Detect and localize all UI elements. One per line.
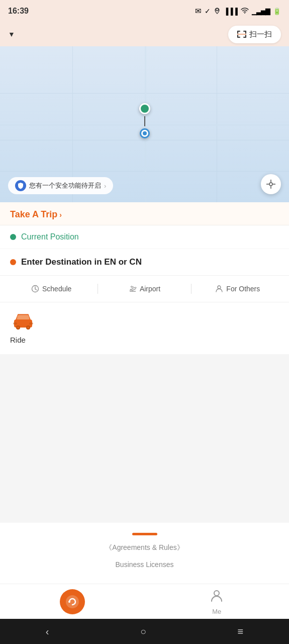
email-icon: ✉ — [195, 7, 202, 16]
wifi-icon — [241, 7, 249, 15]
safety-banner[interactable]: 您有一个安全功能待开启 › — [8, 177, 113, 194]
top-bar: ▼ 扫一扫 — [0, 22, 289, 46]
trip-title-text: Take A Trip — [10, 209, 57, 220]
svg-rect-7 — [237, 35, 238, 38]
svg-point-30 — [68, 601, 70, 603]
recents-button[interactable]: ≡ — [228, 622, 254, 641]
svg-point-1 — [244, 13, 245, 14]
svg-point-31 — [214, 591, 219, 596]
map-area: 您有一个安全功能待开启 › — [0, 46, 289, 202]
orange-divider — [132, 533, 157, 535]
quick-actions: Schedule Airport For Others — [0, 276, 289, 302]
bottom-nav: Me — [0, 584, 289, 619]
clock-icon — [31, 285, 39, 293]
ride-label: Ride — [10, 336, 279, 344]
airport-label: Airport — [140, 285, 160, 293]
svg-point-26 — [27, 327, 29, 329]
safety-text: 您有一个安全功能待开启 — [29, 181, 101, 190]
route-line — [144, 116, 145, 126]
ride-section[interactable]: Ride — [0, 302, 289, 354]
airport-button[interactable]: Airport — [98, 282, 190, 296]
me-label: Me — [212, 608, 221, 615]
destination-row[interactable]: Enter Destination in EN or CN — [0, 249, 289, 276]
current-position-text: Current Position — [21, 232, 79, 242]
location-button[interactable] — [261, 174, 281, 194]
main-card: Take A Trip › Current Position Enter Des… — [0, 202, 289, 354]
ride-car-icon — [10, 312, 279, 333]
network-icon: ▁▃▅▇ — [252, 8, 270, 15]
safety-icon — [15, 180, 26, 191]
svg-point-20 — [218, 286, 221, 289]
trip-arrow-icon: › — [59, 211, 62, 219]
didi-logo — [60, 589, 85, 614]
status-icons: ✉ ✓ ▐▐▐ ▁▃▅▇ 🔋 — [195, 7, 281, 16]
home-button[interactable]: ○ — [130, 622, 156, 641]
scan-button[interactable]: 扫一扫 — [228, 26, 281, 43]
svg-rect-10 — [237, 34, 246, 35]
battery-icon: 🔋 — [273, 8, 281, 15]
status-bar: 16:39 ✉ ✓ ▐▐▐ ▁▃▅▇ 🔋 — [0, 0, 289, 22]
svg-rect-3 — [237, 31, 238, 34]
safety-arrow-icon: › — [104, 182, 106, 190]
status-time: 16:39 — [8, 7, 29, 16]
route-pins — [139, 103, 150, 138]
schedule-label: Schedule — [42, 285, 71, 293]
location-icon — [214, 7, 221, 16]
agreements-text[interactable]: 《Agreements & Rules》 — [105, 543, 183, 552]
me-tab[interactable]: Me — [145, 584, 290, 619]
page-content: 您有一个安全功能待开启 › Take A Trip › Curren — [0, 46, 289, 644]
for-others-label: For Others — [226, 285, 260, 293]
svg-point-0 — [216, 8, 219, 11]
android-nav-bar: ‹ ○ ≡ — [0, 619, 289, 644]
for-others-button[interactable]: For Others — [191, 282, 284, 296]
schedule-button[interactable]: Schedule — [5, 282, 98, 296]
destination-input: Enter Destination in EN or CN — [21, 257, 142, 267]
scan-icon — [237, 31, 246, 38]
origin-pin — [139, 103, 150, 114]
svg-rect-28 — [29, 323, 33, 325]
svg-rect-27 — [13, 323, 17, 325]
destination-dot — [10, 259, 16, 265]
svg-point-29 — [66, 595, 79, 608]
current-position-row[interactable]: Current Position — [0, 225, 289, 249]
me-person-icon — [210, 588, 224, 606]
svg-point-11 — [269, 183, 272, 186]
destination-pin — [140, 128, 150, 138]
licenses-text[interactable]: Business Licenses — [116, 560, 174, 569]
content-spacer — [0, 354, 289, 523]
scan-label: 扫一扫 — [249, 30, 272, 39]
svg-rect-5 — [245, 31, 246, 34]
crosshair-icon — [266, 179, 276, 189]
origin-dot — [10, 234, 16, 240]
svg-line-18 — [35, 289, 37, 290]
svg-point-25 — [17, 327, 19, 329]
back-button[interactable]: ‹ — [36, 622, 59, 641]
legal-area: 《Agreements & Rules》 Business Licenses — [0, 523, 289, 584]
check-icon: ✓ — [205, 7, 211, 15]
svg-rect-22 — [17, 315, 29, 319]
signal-bars-icon: ▐▐▐ — [224, 8, 238, 15]
person-icon — [215, 285, 223, 293]
airport-icon — [129, 285, 137, 293]
trip-header[interactable]: Take A Trip › — [0, 202, 289, 225]
home-tab[interactable] — [0, 584, 145, 619]
svg-rect-9 — [245, 35, 246, 38]
dropdown-arrow-icon[interactable]: ▼ — [8, 30, 15, 38]
